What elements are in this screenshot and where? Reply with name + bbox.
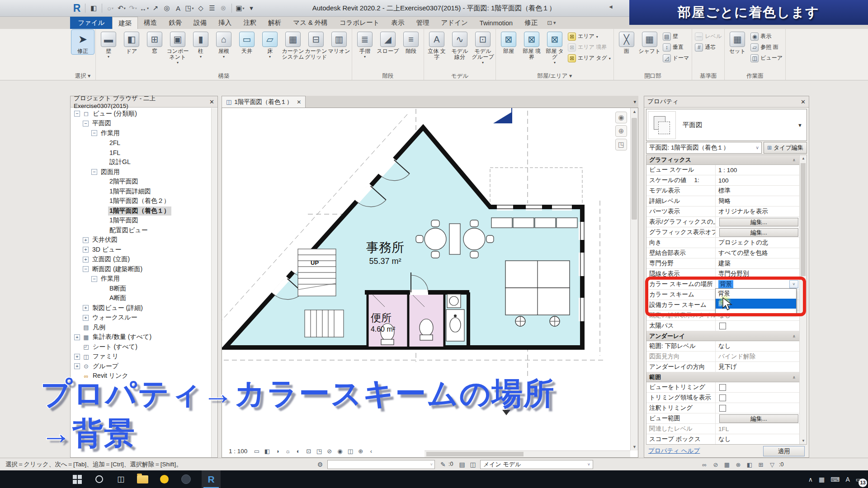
ribbon-button-シャフト[interactable]: ▦シャフト: [638, 30, 661, 54]
section-icon[interactable]: ◇: [195, 3, 206, 14]
type-selector[interactable]: 平面図 ▼: [646, 109, 807, 141]
ribbon-tab-9[interactable]: コラボレート: [334, 17, 386, 29]
edit-button[interactable]: 編集...: [719, 414, 798, 423]
ribbon-tab-10[interactable]: 表示: [385, 17, 410, 29]
ribbon-button-エリア[interactable]: ⊠エリア▾: [566, 31, 612, 42]
ribbon-button-部屋[interactable]: ⊠部屋: [497, 30, 520, 54]
scroll-down-icon[interactable]: ▼: [800, 437, 807, 444]
edit-type-button[interactable]: ⊞ タイプ編集: [764, 142, 807, 154]
expand-icon[interactable]: +: [83, 247, 89, 253]
ribbon-button-表示[interactable]: ◉表示: [749, 31, 784, 42]
properties-scrollbar[interactable]: ▲ ▼: [799, 155, 807, 444]
start-button[interactable]: [71, 474, 83, 485]
ribbon-button-エリア タグ[interactable]: ⊠エリア タグ▾: [566, 53, 612, 63]
expand-icon[interactable]: +: [83, 257, 89, 263]
collapse-icon[interactable]: −: [83, 266, 89, 272]
checkbox[interactable]: [719, 384, 726, 391]
scrollbar-thumb[interactable]: [632, 118, 637, 220]
ribbon-tab-file[interactable]: ファイル: [70, 17, 112, 29]
tree-item[interactable]: 2階平面図: [71, 177, 217, 187]
ribbon-button-天井[interactable]: ▭天井: [236, 30, 258, 54]
scroll-up-icon[interactable]: ▲: [631, 108, 638, 115]
ribbon-tab-12[interactable]: アドイン: [435, 17, 473, 29]
scroll-up-icon[interactable]: ▲: [800, 155, 807, 162]
ribbon-button-修正[interactable]: ➤修正: [71, 30, 94, 54]
ribbon-button-通芯[interactable]: #通芯: [693, 42, 723, 52]
ribbon-button-コンポーネント[interactable]: ▣コンポーネント▾: [166, 30, 189, 65]
close-hidden-windows-icon[interactable]: ⊗: [218, 3, 229, 14]
expand-icon[interactable]: +: [83, 237, 89, 243]
ribbon-tab-14[interactable]: 修正: [519, 17, 543, 29]
revit-taskbar-button[interactable]: R: [202, 470, 221, 488]
ribbon-tab-11[interactable]: 管理: [410, 17, 435, 29]
design-option-select[interactable]: メイン モデル ˅: [480, 460, 593, 469]
search-button[interactable]: [93, 474, 105, 485]
navigation-wheel-icon[interactable]: ◉: [615, 112, 627, 123]
tree-item[interactable]: −作業用: [71, 128, 217, 138]
expand-icon[interactable]: +: [74, 363, 80, 369]
tree-item[interactable]: 1階平面詳細図: [71, 187, 217, 197]
select-by-face-toggle-icon[interactable]: ◧: [745, 460, 754, 469]
tree-item[interactable]: −平面図: [71, 119, 217, 129]
ribbon-tab-8[interactable]: マス & 外構: [287, 17, 333, 29]
tree-item[interactable]: +天井伏図: [71, 235, 217, 245]
tree-item[interactable]: −断面図 (建築断面): [71, 264, 217, 274]
combo-arrow-icon[interactable]: ˅: [789, 280, 798, 288]
vertical-scrollbar[interactable]: ▲ ▼: [630, 108, 638, 450]
ribbon-button-モデル 線分[interactable]: ∿モデル 線分: [448, 30, 471, 60]
expand-icon[interactable]: +: [83, 305, 89, 311]
collapse-icon[interactable]: −: [91, 169, 97, 175]
ribbon-button-面[interactable]: ╳面: [615, 30, 638, 54]
dropdown-arrow-icon[interactable]: ▾: [192, 6, 194, 10]
dropdown-arrow-icon[interactable]: ▾: [147, 6, 149, 10]
tree-item[interactable]: +◫ファミリ: [71, 352, 217, 362]
ribbon-button-カーテン グリッド[interactable]: ⊟カーテン グリッド: [305, 30, 327, 60]
ribbon-button-床[interactable]: ▱床▾: [259, 30, 281, 59]
home-sphere-icon[interactable]: ○▾: [105, 3, 116, 14]
infocenter-collapse-icon[interactable]: ◄: [608, 4, 613, 10]
undo-icon[interactable]: ↶▾: [116, 3, 127, 14]
ribbon-section-label[interactable]: 作業面: [726, 72, 784, 80]
edit-button[interactable]: 編集...: [719, 228, 798, 237]
property-group-header[interactable]: 範囲∧: [646, 372, 807, 382]
select-links-toggle-icon[interactable]: ⊘: [711, 460, 720, 469]
ribbon-section-label[interactable]: 部屋/エリア ▾: [497, 72, 612, 80]
ribbon-button-ビューア[interactable]: ◫ビューア: [749, 53, 784, 63]
redo-icon[interactable]: ↷▾: [127, 3, 138, 14]
chevron-down-icon[interactable]: ▼: [797, 122, 807, 128]
revit-logo-icon[interactable]: R: [71, 3, 82, 14]
tree-item[interactable]: 1FL: [71, 148, 217, 158]
ribbon-button-マリオン[interactable]: ▥マリオン: [328, 30, 350, 54]
ribbon-tab-4[interactable]: 設備: [188, 17, 212, 29]
property-group-header[interactable]: アンダーレイ∧: [646, 331, 807, 341]
drag-on-selection-toggle-icon[interactable]: ⊞: [756, 460, 765, 469]
tree-item[interactable]: 2FL: [71, 138, 217, 148]
modify-panel-toggle[interactable]: ⊡▾: [543, 17, 556, 29]
ime-mode-indicator[interactable]: A: [845, 476, 849, 483]
collapse-icon[interactable]: −: [91, 276, 97, 282]
expand-icon[interactable]: +: [83, 315, 89, 321]
tree-item[interactable]: +▦集計表/数量 (すべて): [71, 333, 217, 343]
checkbox[interactable]: [719, 405, 726, 412]
ribbon-button-エリア 境界[interactable]: ⊠エリア 境界: [566, 42, 612, 52]
ribbon-button-部屋 タグ[interactable]: ⊠部屋 タグ▾: [543, 30, 566, 65]
ribbon-button-部屋 境界[interactable]: ⊠部屋 境界: [520, 30, 543, 60]
workset-select[interactable]: ˅: [327, 460, 435, 469]
customize-qat-icon[interactable]: ▾: [246, 3, 257, 14]
measure-icon[interactable]: ↔▾: [139, 3, 150, 14]
properties-help-link[interactable]: プロパティ ヘルプ: [648, 447, 700, 455]
tree-item[interactable]: +製図ビュー (詳細): [71, 303, 217, 313]
tray-app-icon[interactable]: ▦: [819, 476, 825, 483]
dropdown-arrow-icon[interactable]: ▾: [135, 6, 137, 10]
tree-item[interactable]: −図面用: [71, 167, 217, 177]
ribbon-tab-5[interactable]: 挿入: [212, 17, 237, 29]
ribbon-section-label[interactable]: 構築: [97, 72, 350, 80]
active-option-icon[interactable]: ◫: [468, 460, 477, 469]
tree-item[interactable]: −◻ビュー (分類順): [71, 109, 217, 119]
collapse-icon[interactable]: −: [83, 121, 89, 127]
tree-item[interactable]: ◰シート (すべて): [71, 342, 217, 352]
tag-by-category-icon[interactable]: ◎: [161, 3, 172, 14]
ribbon-button-壁[interactable]: ▬壁▾: [97, 30, 120, 59]
scroll-down-icon[interactable]: ▼: [631, 443, 638, 450]
tree-item[interactable]: 配置図ビュー: [71, 225, 217, 235]
